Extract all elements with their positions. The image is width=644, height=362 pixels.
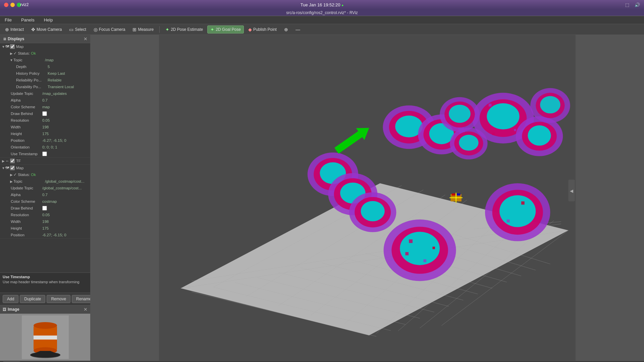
map-1-drawbehind-label: Draw Behind — [11, 112, 41, 116]
map-1-checkbox[interactable] — [10, 44, 15, 49]
svg-point-4 — [34, 322, 57, 329]
map-1-alpha-row: Alpha 0.7 — [0, 97, 90, 104]
close-window-button[interactable] — [4, 3, 8, 7]
map-2-alpha-label: Alpha — [11, 193, 41, 197]
image-preview — [0, 314, 90, 361]
extra-tool-2[interactable]: — — [292, 25, 303, 34]
svg-point-54 — [449, 105, 471, 123]
map-1-topic-expand[interactable] — [9, 58, 13, 62]
map-2-position-row: Position -6.27; -6.15; 0 — [0, 232, 90, 238]
map-2-width-value: 198 — [42, 220, 49, 224]
titlebar: rviz2 Tue Jan 16 19:52:20 ● ⬚ 🔊 — [0, 0, 644, 9]
svg-rect-3 — [34, 336, 57, 340]
image-panel-close[interactable]: ✕ — [84, 307, 88, 312]
map-2-position-value: -6.27; -6.15; 0 — [42, 233, 66, 237]
map-2-update-topic-value: /global_costmap/cost... — [42, 186, 82, 190]
window-controls — [4, 3, 21, 7]
robot-marker — [449, 193, 463, 203]
map-2-row[interactable]: 🗺 Map — [0, 165, 90, 171]
goal-pose-button[interactable]: ✦ 2D Goal Pose — [207, 25, 244, 34]
duplicate-button[interactable]: Duplicate — [20, 295, 45, 303]
map-1-topic-row[interactable]: Topic /map — [0, 57, 90, 63]
map-1-depth-value: 5 — [48, 65, 50, 69]
remove-button[interactable]: Remove — [47, 295, 70, 303]
map-1-position-value: -6.27; -6.15; 0 — [42, 138, 66, 142]
svg-rect-70 — [409, 239, 413, 243]
map-1-drawbehind-checkbox[interactable] — [42, 111, 47, 116]
displays-tree[interactable]: 🗺 Map ▶ ✓ Status: Ok — [0, 43, 90, 273]
map-2-checkbox[interactable] — [10, 166, 15, 170]
toolbar: ⊕ Interact ✥ Move Camera ▭ Select ◎ Focu… — [0, 24, 644, 35]
svg-rect-82 — [457, 193, 461, 195]
map-2-colorscheme-label: Color Scheme — [11, 199, 41, 203]
map-1-update-topic-label: Update Topic — [11, 92, 41, 96]
map-1-width-row: Width 198 — [0, 124, 90, 130]
map-1-alpha-label: Alpha — [11, 98, 41, 102]
system-time: Tue Jan 16 19:52:20 ● — [301, 2, 343, 7]
add-button[interactable]: Add — [3, 295, 18, 303]
svg-point-36 — [487, 103, 519, 129]
map-2-expand[interactable] — [1, 166, 5, 170]
menu-file[interactable]: File — [3, 17, 14, 23]
map-1-status-expand[interactable]: ▶ — [9, 52, 13, 55]
map-1-colorscheme-row: Color Scheme map — [0, 104, 90, 110]
menu-help[interactable]: Help — [42, 17, 55, 23]
map-1-reliability-label: Reliability Po... — [16, 78, 46, 82]
map-1-alpha-value: 0.7 — [42, 98, 48, 102]
tf-section: ↔ TF — [0, 158, 90, 165]
svg-rect-73 — [432, 247, 435, 249]
map-2-status-expand[interactable]: ▶ — [9, 173, 13, 177]
focus-camera-icon: ◎ — [94, 27, 98, 32]
toolbar-sep-1 — [159, 26, 160, 33]
map-2-topic-expand[interactable] — [9, 180, 13, 183]
select-icon: ▭ — [69, 27, 73, 32]
displays-panel-title: Displays — [8, 37, 24, 41]
displays-panel-header: 🖥 Displays ✕ — [0, 35, 90, 43]
map-1-orientation-label: Orientation — [11, 145, 41, 149]
select-button[interactable]: ▭ Select — [66, 25, 89, 34]
statusbar: Reset 1 fps — [0, 361, 644, 362]
tf-row[interactable]: ↔ TF — [0, 158, 90, 164]
map-1-colorscheme-label: Color Scheme — [11, 105, 41, 109]
map-1-height-row: Height 175 — [0, 130, 90, 137]
map-2-topic-row[interactable]: Topic /global_costmap/cost... — [0, 178, 90, 185]
minimize-window-button[interactable] — [10, 3, 15, 7]
map-1-position-label: Position — [11, 138, 41, 142]
map-1-topic-label: Topic — [13, 58, 44, 62]
svg-rect-81 — [452, 193, 455, 195]
displays-panel-close[interactable]: ✕ — [84, 36, 88, 42]
map-1-section: 🗺 Map ▶ ✓ Status: Ok — [0, 43, 90, 158]
map-1-depth-row: Depth 5 — [0, 63, 90, 70]
map-2-alpha-row: Alpha 0.7 — [0, 191, 90, 198]
menu-panels[interactable]: Panels — [19, 17, 37, 23]
map-1-resolution-value: 0.05 — [42, 118, 50, 122]
map-1-durability-label: Durability Po... — [16, 85, 46, 89]
map-1-timestamp-checkbox[interactable] — [42, 152, 47, 156]
extra-tool-1[interactable]: ⊕ — [281, 25, 291, 34]
publish-point-button[interactable]: ◆ Publish Point — [245, 25, 280, 34]
move-camera-button[interactable]: ✥ Move Camera — [28, 25, 65, 34]
map-1-status-label: ✓ Status: Ok — [13, 51, 44, 56]
interact-button[interactable]: ⊕ Interact — [2, 25, 27, 34]
svg-rect-38 — [514, 129, 516, 131]
screen-icon: ⬚ — [625, 2, 629, 7]
viewport[interactable]: ◀ — [91, 35, 644, 361]
3d-scene: ◀ — [91, 35, 644, 361]
map-1-row[interactable]: 🗺 Map — [0, 43, 90, 50]
tf-expand[interactable] — [1, 159, 5, 163]
map-2-icon: 🗺 — [5, 166, 9, 170]
rename-button[interactable]: Rename — [72, 295, 91, 303]
map-2-drawbehind-checkbox[interactable] — [42, 206, 47, 210]
pose-estimate-button[interactable]: ✦ 2D Pose Estimate — [162, 25, 206, 34]
map-1-expand[interactable] — [1, 45, 5, 49]
tf-checkbox[interactable] — [10, 159, 15, 163]
select-label: Select — [75, 27, 86, 32]
map-1-orientation-value: 0; 0; 0; 1 — [42, 145, 57, 149]
window-title: src/a-ros/config/ros2_control.rviz* - RV… — [286, 10, 358, 15]
map-2-width-label: Width — [11, 220, 41, 224]
focus-camera-button[interactable]: ◎ Focus Camera — [91, 25, 128, 34]
tooltip-text: Use map header timestamp when transformi… — [3, 280, 88, 284]
displays-panel-icon: 🖥 — [3, 37, 6, 41]
measure-button[interactable]: ⊞ Measure — [129, 25, 157, 34]
map-1-icon: 🗺 — [5, 45, 9, 49]
